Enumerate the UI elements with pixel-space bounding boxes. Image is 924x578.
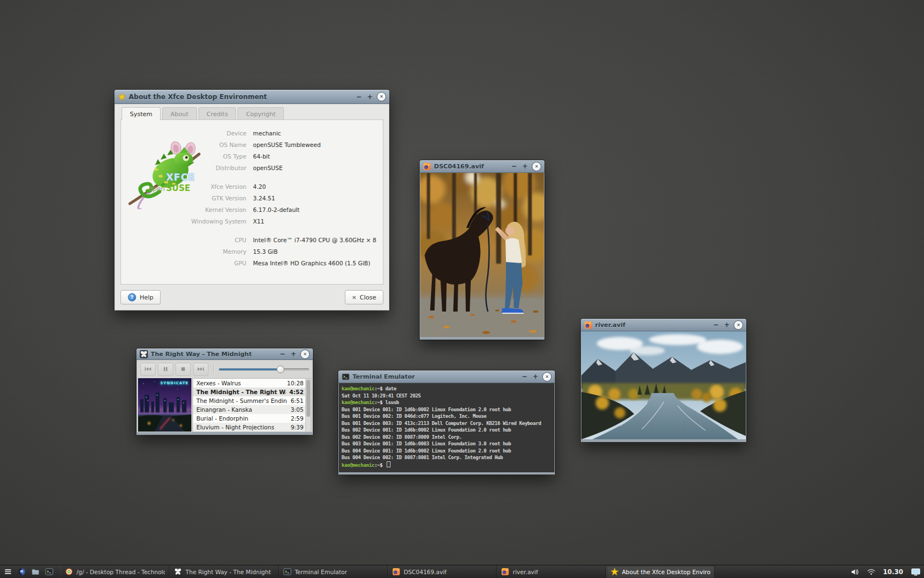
opensuse-logo-suse-text: SUSE — [166, 183, 190, 193]
help-button-label: Help — [140, 294, 153, 301]
about-titlebar[interactable]: About the Xfce Desktop Environment − + ✕ — [114, 90, 389, 104]
info-value: Mesa Intel® HD Graphics 4600 (1.5 GiB) — [253, 258, 370, 269]
playlist-item[interactable]: Eluvium - Night Projections9:39 — [193, 423, 306, 432]
wifi-icon[interactable] — [867, 568, 876, 576]
chameleon-illustration — [128, 127, 205, 209]
close-button[interactable]: ✕ — [300, 350, 310, 359]
image-viewer-icon[interactable] — [584, 321, 592, 329]
playlist: Xerxes - Walrus10:28The Midnight - The R… — [193, 378, 311, 432]
track-title: The Midnight - Summer's Endin... — [196, 397, 287, 404]
clock[interactable]: 10.30 — [883, 568, 903, 576]
about-footer: ? Help ✕ Close — [120, 289, 383, 306]
maximize-button[interactable]: + — [366, 93, 374, 101]
close-dialog-button[interactable]: ✕ Close — [345, 290, 383, 304]
maximize-button[interactable]: + — [289, 350, 298, 358]
photo2-titlebar[interactable]: river.avif − + ✕ — [581, 319, 746, 331]
minimize-button[interactable]: − — [510, 162, 518, 170]
image-icon — [392, 568, 400, 576]
task-label: About the Xfce Desktop Environ... — [622, 569, 711, 575]
pause-button[interactable] — [158, 363, 173, 376]
playlist-item[interactable]: The Midnight - The Right Way4:52 — [193, 388, 306, 396]
close-button-label: Close — [360, 294, 376, 301]
photo2-window-title: river.avif — [595, 321, 709, 329]
tab-credits[interactable]: Credits — [199, 107, 237, 120]
butterfly-icon — [174, 568, 182, 576]
maximize-button[interactable]: + — [531, 373, 540, 380]
minimize-button[interactable]: − — [278, 350, 287, 358]
launcher-file-manager[interactable] — [29, 565, 42, 578]
photo1-titlebar[interactable]: DSC04169.avif − + ✕ — [420, 160, 544, 173]
minimize-button[interactable]: − — [712, 321, 720, 329]
minimize-button[interactable]: − — [355, 93, 363, 101]
tab-copyright[interactable]: Copyright — [238, 107, 284, 120]
close-button[interactable]: ✕ — [532, 162, 541, 171]
taskbar-task[interactable]: Terminal Emulator — [279, 565, 388, 578]
menu-icon — [4, 568, 12, 576]
previous-track-button[interactable] — [140, 363, 156, 376]
music-player-window: The Right Way - The Midnight − + ✕ — [136, 348, 313, 434]
player-body: SYNDICATE Xerxes - Walrus10:28The Midnig… — [136, 360, 313, 435]
terminal-line: kao@mechanic:~$ — [342, 461, 552, 469]
close-button[interactable]: ✕ — [734, 320, 743, 330]
photo-dsc04169-image — [420, 173, 544, 340]
seek-thumb[interactable] — [277, 366, 284, 373]
playlist-item[interactable]: Einangran - Kanska3:05 — [193, 405, 306, 414]
info-row: Memory15.3 GiB — [121, 246, 383, 258]
launcher-web-browser[interactable] — [15, 565, 29, 578]
star-icon[interactable] — [118, 92, 126, 101]
task-label: The Right Way - The Midnight — [185, 569, 271, 575]
photo-viewer-window-dsc04169: DSC04169.avif − + ✕ — [420, 160, 544, 340]
globe-icon — [65, 568, 73, 576]
task-label: Terminal Emulator — [295, 569, 347, 575]
playlist-rows: Xerxes - Walrus10:28The Midnight - The R… — [193, 379, 306, 432]
speaker-icon[interactable] — [850, 568, 859, 576]
photo-viewer-window-river: river.avif − + ✕ — [581, 319, 746, 441]
info-value: openSUSE Tumbleweed — [253, 139, 321, 151]
playlist-item[interactable]: Burial - Endorphin2:59 — [193, 414, 306, 423]
taskbar-tasks: /g/ - Desktop Thread - Technolo...The Ri… — [61, 565, 715, 578]
terminal-text: Sat Oct 11 10:29:41 CEST 2025 — [342, 393, 421, 399]
player-titlebar[interactable]: The Right Way - The Midnight − + ✕ — [136, 348, 313, 360]
taskbar-task[interactable]: river.avif — [497, 565, 606, 578]
maximize-button[interactable]: + — [723, 321, 731, 329]
tab-about[interactable]: About — [162, 107, 197, 120]
terminal-prompt-path: :~$ — [375, 462, 386, 468]
tab-system[interactable]: System — [122, 107, 161, 120]
image-icon — [501, 568, 509, 576]
terminal-prompt-path: :~$ — [375, 400, 386, 405]
terminal-line: Bus 002 Device 001: ID 1d6b:0002 Linux F… — [342, 427, 552, 434]
terminal-titlebar[interactable]: Terminal Emulator − + ✕ — [338, 370, 555, 383]
track-title: Burial - Endorphin — [196, 415, 287, 422]
taskbar-task[interactable]: DSC04169.avif — [388, 565, 497, 578]
playlist-item[interactable]: The Midnight - Summer's Endin...6:51 — [193, 396, 306, 405]
taskbar-launchers — [0, 565, 57, 578]
terminal-prompt-user: kao@mechanic — [342, 400, 375, 405]
image-viewer-icon[interactable] — [423, 162, 431, 171]
next-track-button[interactable] — [193, 363, 208, 376]
taskbar-task[interactable]: About the Xfce Desktop Environ... — [606, 565, 715, 578]
taskbar-task[interactable]: The Right Way - The Midnight — [169, 565, 278, 578]
playlist-scrollbar[interactable] — [305, 379, 311, 432]
stop-button[interactable] — [175, 363, 191, 376]
playlist-item[interactable]: Xerxes - Walrus10:28 — [193, 379, 306, 388]
info-group: CPUIntel® Core™ i7-4790 CPU @ 3.60GHz × … — [121, 235, 383, 269]
terminal-output[interactable]: kao@mechanic:~$ dateSat Oct 11 10:29:41 … — [338, 383, 555, 472]
info-label: GPU — [121, 258, 246, 269]
terminal-icon[interactable] — [342, 373, 350, 381]
launcher-terminal[interactable] — [42, 565, 56, 578]
launcher-applications-menu[interactable] — [1, 565, 15, 578]
taskbar-task[interactable]: /g/ - Desktop Thread - Technolo... — [61, 565, 169, 578]
show-desktop-button[interactable] — [911, 567, 921, 577]
opensuse-logo-open-text: open — [148, 185, 165, 193]
task-label: DSC04169.avif — [404, 569, 447, 575]
scrollbar-thumb[interactable] — [306, 380, 310, 417]
seek-slider[interactable] — [219, 365, 309, 374]
seek-fill — [219, 368, 280, 370]
terminal-window: Terminal Emulator − + ✕ kao@mechanic:~$ … — [338, 370, 555, 474]
audacious-icon[interactable] — [140, 350, 148, 358]
close-button[interactable]: ✕ — [542, 372, 552, 381]
close-button[interactable]: ✕ — [377, 92, 386, 101]
help-button[interactable]: ? Help — [120, 290, 161, 304]
maximize-button[interactable]: + — [521, 162, 529, 170]
minimize-button[interactable]: − — [520, 373, 529, 380]
